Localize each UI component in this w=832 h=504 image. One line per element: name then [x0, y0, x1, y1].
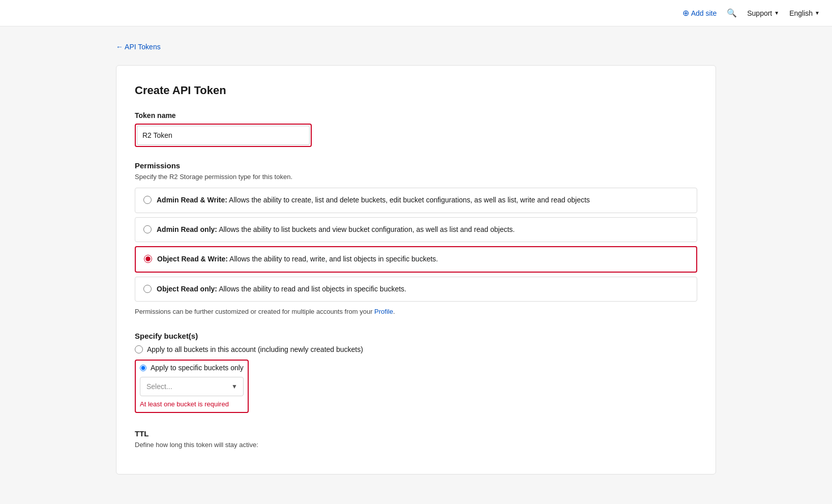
bucket-option-all[interactable]: Apply to all buckets in this account (in…	[135, 345, 697, 353]
support-label: Support	[747, 9, 772, 17]
permission-radio-obj-rw[interactable]	[144, 255, 152, 263]
top-navigation: ⊕ Add site 🔍 Support ▼ English ▼	[0, 0, 832, 26]
permission-label-obj-rw: Object Read & Write: Allows the ability …	[157, 254, 438, 264]
permission-radio-obj-ro[interactable]	[143, 285, 152, 293]
bucket-all-label: Apply to all buckets in this account (in…	[147, 345, 363, 353]
bucket-radio-group: Apply to all buckets in this account (in…	[135, 345, 697, 413]
ttl-title: TTL	[135, 429, 697, 438]
permissions-title: Permissions	[135, 161, 697, 170]
support-button[interactable]: Support ▼	[747, 9, 779, 17]
create-api-token-card: Create API Token Token name Permissions …	[116, 65, 716, 475]
permission-option-obj-rw[interactable]: Object Read & Write: Allows the ability …	[135, 246, 697, 273]
chevron-down-icon: ▼	[815, 10, 820, 16]
permission-label-admin-ro: Admin Read only: Allows the ability to l…	[157, 225, 515, 235]
ttl-desc: Define how long this token will stay act…	[135, 441, 697, 449]
card-title: Create API Token	[135, 84, 697, 97]
permission-radio-admin-rw[interactable]	[143, 196, 152, 204]
specific-bucket-label-row: Apply to specific buckets only	[140, 364, 244, 372]
language-label: English	[789, 9, 813, 17]
permissions-desc: Specify the R2 Storage permission type f…	[135, 173, 697, 181]
specify-buckets-section: Specify bucket(s) Apply to all buckets i…	[135, 332, 697, 413]
page-content: ← API Tokens Create API Token Token name…	[85, 26, 747, 491]
token-name-wrapper	[135, 124, 312, 147]
chevron-down-icon: ▼	[774, 10, 779, 16]
add-site-button[interactable]: ⊕ Add site	[682, 8, 717, 18]
specify-buckets-title: Specify bucket(s)	[135, 332, 697, 340]
plus-icon: ⊕	[682, 8, 689, 18]
permission-radio-admin-ro[interactable]	[143, 225, 152, 233]
api-tokens-back-link[interactable]: ← API Tokens	[116, 43, 161, 51]
bucket-select[interactable]: Select...	[140, 377, 244, 396]
profile-link[interactable]: Profile	[374, 308, 393, 315]
permissions-note: Permissions can be further customized or…	[135, 308, 697, 315]
language-button[interactable]: English ▼	[789, 9, 820, 17]
search-icon[interactable]: 🔍	[727, 8, 737, 18]
bucket-option-specific-wrapper: Apply to specific buckets only Select...…	[135, 359, 697, 413]
breadcrumb: ← API Tokens	[116, 43, 716, 51]
bucket-radio-all[interactable]	[135, 345, 143, 353]
bucket-select-container: Select... ▼	[140, 377, 244, 396]
ttl-section: TTL Define how long this token will stay…	[135, 429, 697, 449]
bucket-radio-specific[interactable]	[140, 365, 146, 371]
token-name-label: Token name	[135, 111, 697, 120]
permission-label-obj-ro: Object Read only: Allows the ability to …	[157, 284, 406, 294]
token-name-input[interactable]	[137, 126, 310, 145]
permission-label-admin-rw: Admin Read & Write: Allows the ability t…	[157, 195, 590, 205]
permissions-section: Permissions Specify the R2 Storage permi…	[135, 161, 697, 315]
bucket-error-message: At least one bucket is required	[140, 400, 244, 408]
permission-option-admin-ro[interactable]: Admin Read only: Allows the ability to l…	[135, 217, 697, 243]
bucket-specific-label: Apply to specific buckets only	[151, 364, 244, 372]
permission-option-admin-rw[interactable]: Admin Read & Write: Allows the ability t…	[135, 188, 697, 213]
permission-option-obj-ro[interactable]: Object Read only: Allows the ability to …	[135, 277, 697, 302]
add-site-label: Add site	[691, 9, 717, 17]
token-name-section: Token name	[135, 111, 697, 161]
specific-bucket-wrapper: Apply to specific buckets only Select...…	[135, 360, 249, 413]
